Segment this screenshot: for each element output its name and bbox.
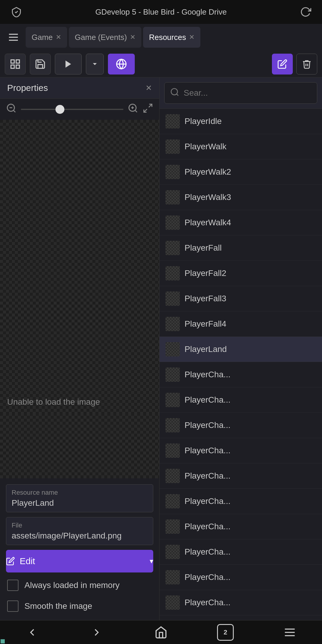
fullscreen-icon[interactable]: [143, 103, 153, 116]
list-item[interactable]: PlayerLand: [160, 337, 322, 362]
list-item[interactable]: PlayerFall: [160, 235, 322, 261]
smooth-image-group: Smooth the image: [6, 598, 153, 614]
svg-rect-5: [11, 65, 14, 68]
play-button[interactable]: [55, 54, 82, 75]
delete-resource-button[interactable]: [296, 54, 317, 75]
resource-name-label: PlayerCha...: [185, 420, 230, 430]
save-button[interactable]: [30, 54, 51, 75]
zoom-slider[interactable]: [21, 109, 123, 110]
svg-rect-3: [11, 60, 14, 63]
edit-resource-button[interactable]: [272, 54, 293, 75]
resource-thumbnail: [165, 190, 180, 204]
resource-name-label: PlayerCha...: [185, 446, 230, 455]
resource-thumbnail: [165, 545, 180, 559]
toolbar-left-group: [5, 54, 135, 75]
tab-game[interactable]: Game ✕: [26, 27, 67, 48]
resource-thumbnail: [165, 114, 180, 128]
tab-resources-close[interactable]: ✕: [189, 34, 194, 41]
back-button[interactable]: [22, 622, 43, 643]
tab-bar: Game ✕ Game (Events) ✕ Resources ✕: [0, 24, 322, 51]
resource-thumbnail: [165, 595, 180, 610]
list-item[interactable]: PlayerFall4: [160, 311, 322, 337]
menu-button[interactable]: [279, 622, 300, 643]
edit-dropdown-icon[interactable]: ▾: [150, 557, 153, 565]
resource-name-label: PlayerFall: [185, 243, 222, 253]
list-item[interactable]: PlayerCha...: [160, 565, 322, 590]
zoom-slider-thumb[interactable]: [55, 105, 64, 114]
list-item[interactable]: PlayerWalk2: [160, 159, 322, 185]
resource-file-value[interactable]: assets/image/PlayerLand.png: [12, 531, 148, 541]
svg-line-17: [149, 104, 152, 108]
panel-close-button[interactable]: ✕: [145, 83, 152, 93]
list-item[interactable]: PlayerIdle: [160, 109, 322, 134]
list-item[interactable]: PlayerCha...: [160, 590, 322, 615]
resource-name-label: PlayerCha...: [185, 471, 230, 481]
list-item[interactable]: PlayerFall3: [160, 286, 322, 311]
resource-form: Resource name PlayerLand File assets/ima…: [0, 478, 159, 620]
toolbar: [0, 51, 322, 77]
edit-button[interactable]: Edit ▾: [6, 550, 153, 572]
list-item[interactable]: PlayerWalk4: [160, 210, 322, 235]
resource-name-label: PlayerLand: [185, 344, 227, 354]
list-item[interactable]: PlayerWalk3: [160, 185, 322, 210]
refresh-icon[interactable]: [298, 4, 313, 19]
play-dropdown-button[interactable]: [86, 54, 104, 75]
publish-button[interactable]: [108, 54, 135, 75]
list-item[interactable]: PlayerCha...: [160, 514, 322, 539]
forward-button[interactable]: [86, 622, 107, 643]
resource-name-label: PlayerWalk: [185, 142, 227, 151]
list-item[interactable]: PlayerCha...: [160, 362, 322, 387]
resource-name-label: PlayerCha...: [185, 598, 230, 607]
always-loaded-label: Always loaded in memory: [24, 581, 120, 590]
hamburger-menu-button[interactable]: [3, 27, 24, 48]
search-bar: [160, 77, 322, 109]
svg-line-20: [177, 94, 178, 96]
resource-thumbnail: [165, 317, 180, 331]
tab-game-events[interactable]: Game (Events) ✕: [69, 27, 141, 48]
resource-name-label: PlayerCha...: [185, 395, 230, 405]
resource-thumbnail: [165, 469, 180, 483]
list-item[interactable]: PlayerFall2: [160, 261, 322, 286]
resource-name-label: PlayerFall3: [185, 294, 226, 303]
toolbar-right-group: [272, 54, 317, 75]
smooth-image-checkbox[interactable]: [7, 600, 18, 612]
svg-point-19: [171, 89, 177, 95]
search-input[interactable]: [184, 88, 312, 98]
resource-file-label: File: [12, 522, 148, 529]
panel-title: Properties: [7, 83, 48, 93]
list-item[interactable]: PlayerCha...: [160, 387, 322, 413]
list-item[interactable]: PlayerCha...: [160, 463, 322, 489]
svg-line-11: [13, 110, 16, 112]
svg-line-18: [144, 109, 147, 112]
home-button[interactable]: [151, 622, 171, 643]
list-item[interactable]: PlayerCha...: [160, 413, 322, 438]
resource-thumbnail: [165, 418, 180, 432]
list-item[interactable]: PlayerCha...: [160, 489, 322, 514]
resource-name-label: PlayerCha...: [185, 370, 230, 379]
list-item[interactable]: PlayerCha...: [160, 539, 322, 565]
resource-name-label: PlayerIdle: [185, 117, 222, 126]
window-title: GDevelop 5 - Blue Bird - Google Drive: [95, 7, 227, 17]
resource-thumbnail: [165, 342, 180, 356]
tabs-button[interactable]: 2: [215, 622, 236, 643]
main-content: Properties ✕: [0, 77, 322, 620]
resource-name-value[interactable]: PlayerLand: [12, 498, 148, 508]
always-loaded-checkbox[interactable]: [7, 580, 18, 591]
tab-resources[interactable]: Resources ✕: [143, 27, 200, 48]
tab-game-close[interactable]: ✕: [56, 34, 61, 41]
zoom-out-icon[interactable]: [6, 103, 17, 116]
image-preview-area-2: [0, 413, 159, 478]
list-item[interactable]: PlayerWalk: [160, 134, 322, 159]
resource-name-label: PlayerCha...: [185, 547, 230, 557]
resource-name-label: Resource name: [12, 489, 148, 496]
bottom-nav: 2: [0, 620, 322, 644]
tab-count-badge: 2: [217, 624, 234, 641]
list-item[interactable]: PlayerCha...: [160, 438, 322, 463]
edit-button-label: Edit: [20, 556, 35, 566]
tab-game-events-close[interactable]: ✕: [130, 34, 135, 41]
grid-toggle-button[interactable]: [5, 54, 26, 75]
shield-icon: [9, 4, 24, 19]
zoom-in-icon[interactable]: [128, 103, 138, 116]
resource-name-label: PlayerCha...: [185, 522, 230, 531]
resource-thumbnail: [165, 215, 180, 230]
